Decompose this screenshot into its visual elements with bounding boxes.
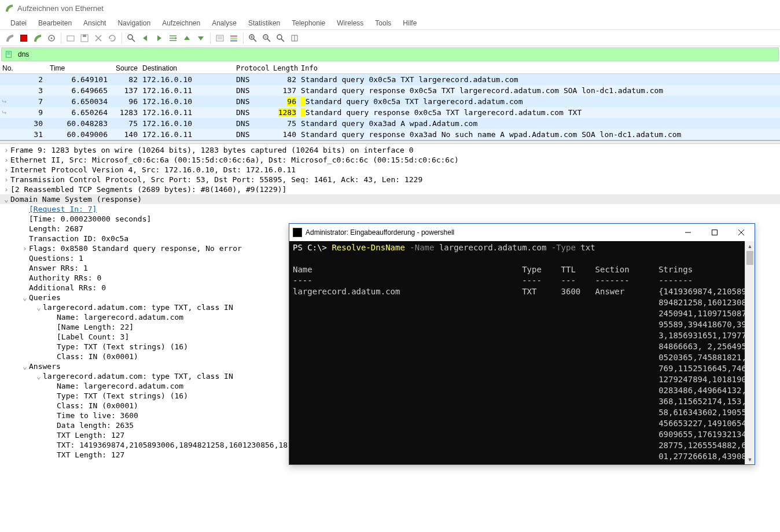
start-capture-icon[interactable] [3, 32, 16, 45]
svg-point-1 [51, 37, 53, 39]
col-header-length[interactable]: Length [271, 64, 299, 73]
svg-rect-14 [7, 53, 10, 53]
powershell-titlebar[interactable]: Administrator: Eingabeaufforderung - pow… [289, 224, 755, 241]
reload-icon[interactable] [106, 32, 119, 45]
next-packet-icon[interactable] [153, 32, 165, 45]
display-filter-bar [1, 47, 779, 61]
col-header-protocol[interactable]: Protocol [234, 64, 271, 73]
packet-row[interactable]: 96.6502641283172.16.0.11DNS1283 Standard… [0, 107, 780, 118]
scrollbar-thumb[interactable] [746, 251, 753, 265]
svg-rect-6 [216, 35, 223, 41]
minimize-button[interactable] [675, 224, 701, 241]
detail-ip[interactable]: ›Internet Protocol Version 4, Src: 172.1… [0, 165, 780, 175]
svg-rect-9 [230, 40, 237, 42]
close-file-icon[interactable] [92, 32, 105, 45]
detail-request-in-link[interactable]: [Request In: 7] [0, 204, 780, 214]
restart-capture-icon[interactable] [31, 32, 44, 45]
svg-rect-2 [67, 36, 74, 41]
packet-row[interactable]: 76.65003496172.16.0.10DNS96 Standard que… [0, 96, 780, 107]
scroll-down-icon[interactable]: ▼ [745, 455, 755, 464]
menu-hilfe[interactable]: Hilfe [397, 18, 422, 28]
menu-ansicht[interactable]: Ansicht [78, 18, 112, 28]
goto-last-icon[interactable] [194, 32, 207, 45]
col-header-source[interactable]: Source [112, 64, 140, 73]
scrollbar[interactable]: ▲ ▼ [745, 241, 755, 464]
maximize-button[interactable] [701, 224, 728, 241]
prev-packet-icon[interactable] [139, 32, 152, 45]
menu-telephonie[interactable]: Telephonie [286, 18, 331, 28]
menu-aufzeichnen[interactable]: Aufzeichnen [156, 18, 206, 28]
zoom-out-icon[interactable] [260, 32, 273, 45]
goto-first-icon[interactable] [181, 32, 193, 45]
detail-tcp[interactable]: ›Transmission Control Protocol, Src Port… [0, 175, 780, 184]
scroll-up-icon[interactable]: ▲ [745, 241, 755, 251]
toolbar [0, 30, 780, 46]
menu-analyse[interactable]: Analyse [206, 18, 242, 28]
save-file-icon[interactable] [78, 32, 91, 45]
packet-row[interactable]: 3060.04828375172.16.0.10DNS75Standard qu… [0, 118, 780, 129]
menu-tools[interactable]: Tools [369, 18, 397, 28]
col-header-info[interactable]: Info [299, 64, 780, 73]
packet-row[interactable]: 26.64910182172.16.0.10DNS82Standard quer… [0, 74, 780, 85]
packet-list-header: No. Time Source Destination Protocol Len… [0, 62, 780, 74]
detail-reassembled[interactable]: ›[2 Reassembled TCP Segments (2689 bytes… [0, 184, 780, 194]
svg-rect-8 [230, 38, 237, 39]
bookmark-filter-icon[interactable] [4, 50, 13, 59]
find-icon[interactable] [125, 32, 138, 45]
zoom-reset-icon[interactable] [274, 32, 287, 45]
zoom-in-icon[interactable] [246, 32, 259, 45]
powershell-window: Administrator: Eingabeaufforderung - pow… [289, 223, 755, 465]
svg-rect-15 [7, 54, 10, 54]
menubar: Datei Bearbeiten Ansicht Navigation Aufz… [0, 16, 780, 30]
packet-list: No. Time Source Destination Protocol Len… [0, 62, 780, 141]
goto-packet-icon[interactable] [167, 32, 179, 45]
detail-frame[interactable]: ›Frame 9: 1283 bytes on wire (10264 bits… [0, 145, 780, 155]
powershell-title-text: Administrator: Eingabeaufforderung - pow… [306, 228, 675, 237]
separator [61, 32, 61, 44]
col-header-no[interactable]: No. [0, 64, 47, 73]
menu-navigation[interactable]: Navigation [112, 18, 156, 28]
svg-rect-7 [230, 35, 237, 37]
menu-datei[interactable]: Datei [5, 18, 32, 28]
separator [122, 32, 122, 44]
detail-time[interactable]: [Time: 0.000230000 seconds] [0, 214, 780, 224]
close-button[interactable] [728, 224, 755, 241]
menu-statistiken[interactable]: Statistiken [242, 18, 286, 28]
svg-rect-4 [83, 35, 86, 37]
packet-row[interactable]: 36.649665137172.16.0.11DNS137Standard qu… [0, 85, 780, 96]
stop-capture-icon[interactable] [17, 32, 30, 45]
col-header-destination[interactable]: Destination [140, 64, 234, 73]
menu-wireless[interactable]: Wireless [331, 18, 369, 28]
cmd-icon [293, 228, 302, 237]
open-file-icon[interactable] [64, 32, 77, 45]
colorize-icon[interactable] [227, 32, 240, 45]
svg-rect-16 [712, 230, 718, 235]
titlebar: Aufzeichnen von Ethernet [0, 0, 780, 16]
display-filter-input[interactable] [16, 48, 778, 61]
powershell-console[interactable]: PS C:\> Resolve-DnsName -Name largerecor… [289, 241, 745, 464]
menu-bearbeiten[interactable]: Bearbeiten [32, 18, 78, 28]
detail-ethernet[interactable]: ›Ethernet II, Src: Microsof_c0:6c:6a (00… [0, 155, 780, 165]
capture-options-icon[interactable] [45, 32, 58, 45]
col-header-time[interactable]: Time [47, 64, 112, 73]
svg-point-5 [128, 35, 133, 39]
app-icon [5, 3, 14, 13]
auto-scroll-icon[interactable] [214, 32, 226, 45]
detail-dns[interactable]: ⌄Domain Name System (response) [0, 194, 780, 204]
resize-columns-icon[interactable] [288, 32, 301, 45]
separator [243, 32, 244, 44]
separator [210, 32, 211, 44]
packet-row[interactable]: 3160.049006140172.16.0.11DNS140Standard … [0, 129, 780, 140]
svg-point-12 [277, 35, 282, 39]
window-title: Aufzeichnen von Ethernet [17, 4, 104, 13]
